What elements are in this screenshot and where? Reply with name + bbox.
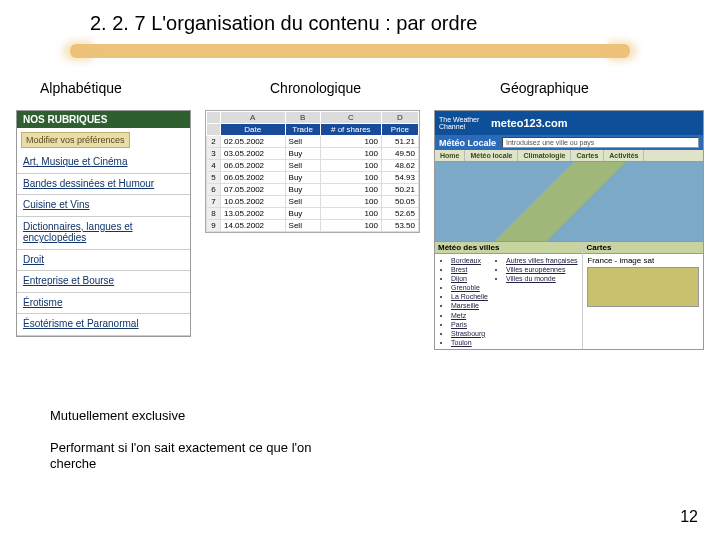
cell: 49.50 <box>381 148 418 160</box>
table-row: 710.05.2002Sell10050.05 <box>207 196 419 208</box>
table-row: 303.05.2002Buy10049.50 <box>207 148 419 160</box>
city-link[interactable]: Marseille <box>451 301 488 310</box>
table-row: 506.05.2002Buy10054.93 <box>207 172 419 184</box>
cell: Sell <box>285 196 320 208</box>
cell: Date <box>221 124 286 136</box>
cell: 8 <box>207 208 221 220</box>
chrono-headers: Date Trade # of shares Price <box>207 124 419 136</box>
alpha-item[interactable]: Bandes dessinées et Humour <box>17 174 190 196</box>
table-row: 914.05.2002Sell10053.50 <box>207 220 419 232</box>
cell: C <box>320 112 381 124</box>
geo-tab[interactable]: Activités <box>604 150 644 161</box>
city-link[interactable]: Bordeaux <box>451 256 488 265</box>
alpha-item[interactable]: Art, Musique et Cinéma <box>17 152 190 174</box>
table-row: 607.05.2002Buy10050.21 <box>207 184 419 196</box>
city-link[interactable]: Villes européennes <box>506 265 578 274</box>
cell <box>207 124 221 136</box>
cell: 4 <box>207 160 221 172</box>
city-link[interactable]: Villes du monde <box>506 274 578 283</box>
chrono-panel: A B C D Date Trade # of shares Price 202… <box>205 110 420 233</box>
geo-subbar: Météo Locale Introduisez une ville ou pa… <box>435 135 703 150</box>
cell: 100 <box>320 208 381 220</box>
cell: 6 <box>207 184 221 196</box>
cell: Buy <box>285 184 320 196</box>
cell: 7 <box>207 196 221 208</box>
cell: Trade <box>285 124 320 136</box>
cell: 5 <box>207 172 221 184</box>
alpha-item[interactable]: Entreprise et Bourse <box>17 271 190 293</box>
chrono-table: A B C D Date Trade # of shares Price 202… <box>206 111 419 232</box>
geo-map-thumbnail[interactable] <box>587 267 699 307</box>
geo-tab[interactable]: Cartes <box>571 150 604 161</box>
col-header-chrono: Chronologique <box>230 80 460 96</box>
alpha-item[interactable]: Ésotérisme et Paranormal <box>17 314 190 336</box>
cell: 48.62 <box>381 160 418 172</box>
cell: 9 <box>207 220 221 232</box>
alpha-item[interactable]: Cuisine et Vins <box>17 195 190 217</box>
geo-logo: The Weather Channel <box>435 114 485 132</box>
city-link[interactable]: Paris <box>451 320 488 329</box>
decorative-brush <box>70 44 630 58</box>
geo-map-image <box>435 162 703 242</box>
footer-note-2: Performant si l'on sait exactement ce qu… <box>50 440 330 473</box>
cell: 03.05.2002 <box>221 148 286 160</box>
city-link[interactable]: Brest <box>451 265 488 274</box>
alpha-panel: NOS RUBRIQUES Modifier vos préférences A… <box>16 110 191 337</box>
cell: Sell <box>285 160 320 172</box>
cell: 50.21 <box>381 184 418 196</box>
city-link[interactable]: Grenoble <box>451 283 488 292</box>
cell: 2 <box>207 136 221 148</box>
geo-search-input[interactable]: Introduisez une ville ou pays <box>502 137 699 148</box>
cell: # of shares <box>320 124 381 136</box>
cell: Buy <box>285 148 320 160</box>
city-link[interactable]: Toulon <box>451 338 488 347</box>
geo-tabs: Home Météo locale Climatologie Cartes Ac… <box>435 150 703 162</box>
geo-sub-title: Météo Locale <box>439 138 496 148</box>
slide-title: 2. 2. 7 L'organisation du contenu : par … <box>90 12 477 35</box>
cell: 13.05.2002 <box>221 208 286 220</box>
cell: 100 <box>320 220 381 232</box>
geo-tab[interactable]: Home <box>435 150 465 161</box>
table-row: 813.05.2002Buy10052.65 <box>207 208 419 220</box>
geo-topbar: The Weather Channel meteo123.com <box>435 111 703 135</box>
col-header-alpha: Alphabétique <box>0 80 230 96</box>
cell: Buy <box>285 208 320 220</box>
cell: 100 <box>320 196 381 208</box>
city-link[interactable]: La Rochelle <box>451 292 488 301</box>
cell: 06.05.2002 <box>221 160 286 172</box>
geo-maps-label: France - image sat <box>587 256 699 265</box>
cell: D <box>381 112 418 124</box>
cell: 50.05 <box>381 196 418 208</box>
table-row: 202.05.2002Sell10051.21 <box>207 136 419 148</box>
cell: Buy <box>285 172 320 184</box>
cell: 06.05.2002 <box>221 172 286 184</box>
alpha-item[interactable]: Dictionnaires, langues et encyclopédies <box>17 217 190 250</box>
cell <box>207 112 221 124</box>
city-link[interactable]: Metz <box>451 311 488 320</box>
city-link[interactable]: Autres villes françaises <box>506 256 578 265</box>
footer-note-1: Mutuellement exclusive <box>50 408 185 423</box>
column-headers: Alphabétique Chronologique Géographique <box>0 80 720 96</box>
cell: Sell <box>285 136 320 148</box>
city-link[interactable]: Dijon <box>451 274 488 283</box>
city-link[interactable]: Strasbourg <box>451 329 488 338</box>
geo-tab[interactable]: Météo locale <box>465 150 518 161</box>
cell: 14.05.2002 <box>221 220 286 232</box>
cell: 100 <box>320 172 381 184</box>
cell: 3 <box>207 148 221 160</box>
cell: 100 <box>320 160 381 172</box>
cell: 07.05.2002 <box>221 184 286 196</box>
cell: 100 <box>320 184 381 196</box>
cell: Sell <box>285 220 320 232</box>
cell: 02.05.2002 <box>221 136 286 148</box>
cell: 54.93 <box>381 172 418 184</box>
cell: 52.65 <box>381 208 418 220</box>
alpha-item[interactable]: Érotisme <box>17 293 190 315</box>
alpha-preferences-button[interactable]: Modifier vos préférences <box>21 132 130 148</box>
geo-maps-panel: Cartes France - image sat <box>583 242 703 349</box>
cell: 53.50 <box>381 220 418 232</box>
cell: 51.21 <box>381 136 418 148</box>
geo-tab[interactable]: Climatologie <box>518 150 571 161</box>
alpha-item[interactable]: Droit <box>17 250 190 272</box>
geo-cities-title: Météo des villes <box>435 242 582 254</box>
